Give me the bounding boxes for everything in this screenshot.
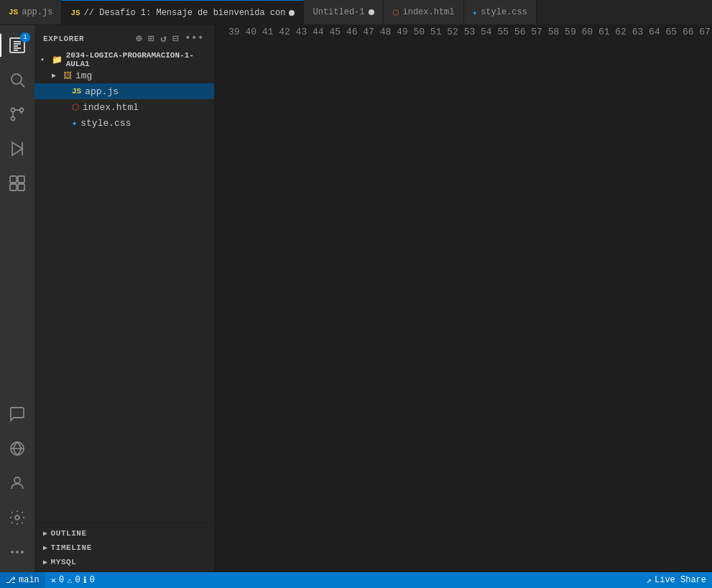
refresh-icon[interactable]: ↺ bbox=[159, 31, 168, 46]
tree-project-root[interactable]: ▾ 📁 2034-LOGICA-PROGRAMACION-1-AULA1 bbox=[34, 52, 214, 68]
timeline-label: TIMELINE bbox=[51, 543, 92, 552]
liveshare[interactable]: ↗ Live Share bbox=[641, 572, 712, 588]
svg-line-2 bbox=[21, 83, 25, 88]
tree-img[interactable]: ▶ 🖼 img bbox=[34, 68, 214, 83]
tab-untitled[interactable]: Untitled-1 bbox=[304, 0, 383, 24]
activity-bar: 1 bbox=[0, 25, 34, 572]
warning-count: 0 bbox=[75, 575, 80, 585]
tree-stylecss[interactable]: ✦ style.css bbox=[34, 115, 214, 131]
js-icon: JS bbox=[70, 9, 80, 17]
tab-label: // Desafío 1: Mensaje de bienvenida con bbox=[84, 8, 286, 18]
tab-label: Untitled-1 bbox=[313, 7, 364, 17]
js-icon: JS bbox=[9, 8, 18, 17]
modified-dot bbox=[289, 10, 295, 16]
status-right: ↗ Live Share bbox=[641, 572, 712, 588]
collapse-icon[interactable]: ⊟ bbox=[171, 31, 180, 46]
activity-sourcecontrol[interactable] bbox=[0, 97, 34, 132]
html-file-icon: ⬡ bbox=[72, 102, 79, 113]
tab-desafio[interactable]: JS // Desafío 1: Mensaje de bienvenida c… bbox=[62, 0, 304, 24]
info-count: 0 bbox=[90, 575, 95, 585]
warning-icon: ⚠ bbox=[67, 575, 72, 586]
js-file-icon: JS bbox=[72, 87, 81, 96]
status-left: ⎇ main ✕ 0 ⚠ 0 ℹ 0 bbox=[0, 572, 101, 588]
svg-point-15 bbox=[15, 515, 19, 520]
editor-area: 39 40 41 42 43 44 45 46 47 48 49 50 51 5… bbox=[214, 25, 712, 572]
svg-point-16 bbox=[11, 551, 14, 553]
file-label: style.css bbox=[80, 118, 131, 129]
sidebar: EXPLORER ⊕ ⊞ ↺ ⊟ ••• ▾ 📁 2034-LOGICA-PRO… bbox=[34, 25, 214, 572]
modified-dot bbox=[369, 9, 374, 15]
tab-bar: JS app.js JS // Desafío 1: Mensaje de bi… bbox=[0, 0, 712, 25]
file-label: app.js bbox=[85, 86, 119, 97]
liveshare-icon: ↗ bbox=[647, 575, 652, 586]
outline-section[interactable]: ▶ OUTLINE bbox=[34, 526, 214, 541]
code-container[interactable]: 39 40 41 42 43 44 45 46 47 48 49 50 51 5… bbox=[214, 25, 712, 572]
arrow-icon: ▶ bbox=[43, 529, 48, 538]
css-icon: ✦ bbox=[473, 8, 478, 17]
outline-label: OUTLINE bbox=[51, 529, 87, 538]
activity-extensions[interactable] bbox=[0, 166, 34, 201]
activity-chat[interactable] bbox=[0, 397, 34, 431]
tab-indexhtml[interactable]: ⬡ index.html bbox=[384, 0, 464, 24]
git-icon: ⎇ bbox=[6, 575, 16, 586]
activity-settings[interactable] bbox=[0, 500, 34, 535]
arrow-icon: ▾ bbox=[40, 55, 52, 64]
svg-point-17 bbox=[16, 551, 19, 553]
git-branch[interactable]: ⎇ main bbox=[0, 572, 45, 588]
tab-appjs[interactable]: JS app.js bbox=[0, 0, 62, 24]
mysql-section[interactable]: ▶ MYSQL bbox=[34, 555, 214, 569]
activity-more[interactable] bbox=[0, 535, 34, 569]
git-branch-label: main bbox=[19, 575, 40, 585]
svg-rect-10 bbox=[10, 184, 17, 190]
activity-explorer[interactable]: 1 bbox=[0, 28, 34, 63]
main-area: 1 EXPLORER bbox=[0, 25, 712, 572]
sidebar-bottom: ▶ OUTLINE ▶ TIMELINE ▶ MYSQL bbox=[34, 523, 214, 572]
arrow-icon: ▶ bbox=[43, 543, 48, 552]
activity-run[interactable] bbox=[0, 132, 34, 166]
sidebar-tree: ▾ 📁 2034-LOGICA-PROGRAMACION-1-AULA1 ▶ 🖼… bbox=[34, 52, 214, 523]
svg-point-4 bbox=[11, 117, 15, 121]
tab-label: app.js bbox=[22, 7, 52, 17]
tab-label: index.html bbox=[403, 7, 455, 17]
mysql-label: MYSQL bbox=[51, 558, 77, 566]
tree-indexhtml[interactable]: ⬡ index.html bbox=[34, 99, 214, 115]
liveshare-label: Live Share bbox=[655, 575, 706, 585]
tree-appjs[interactable]: JS app.js bbox=[34, 83, 214, 99]
sidebar-header-icons: ⊕ ⊞ ↺ ⊟ ••• bbox=[134, 31, 205, 46]
file-label: index.html bbox=[83, 102, 139, 113]
more-icon[interactable]: ••• bbox=[183, 31, 205, 46]
folder-icon: 📁 bbox=[52, 55, 63, 65]
folder-label: img bbox=[75, 70, 92, 81]
svg-point-18 bbox=[21, 551, 24, 553]
activity-account[interactable] bbox=[0, 466, 34, 500]
activity-remote[interactable] bbox=[0, 431, 34, 466]
html-icon: ⬡ bbox=[392, 8, 399, 17]
sidebar-header: EXPLORER ⊕ ⊞ ↺ ⊟ ••• bbox=[34, 25, 214, 52]
arrow-icon: ▶ bbox=[43, 558, 48, 566]
arrow-icon: ▶ bbox=[52, 71, 63, 80]
error-icon: ✕ bbox=[51, 575, 56, 586]
line-numbers: 39 40 41 42 43 44 45 46 47 48 49 50 51 5… bbox=[214, 25, 712, 572]
info-icon: ℹ bbox=[83, 575, 87, 586]
tab-label: style.css bbox=[481, 7, 527, 17]
svg-rect-11 bbox=[18, 184, 24, 190]
svg-point-14 bbox=[14, 477, 20, 483]
svg-rect-8 bbox=[10, 176, 17, 183]
folder-icon: 🖼 bbox=[63, 70, 72, 81]
error-count: 0 bbox=[59, 575, 64, 585]
new-file-icon[interactable]: ⊕ bbox=[134, 31, 144, 46]
errors-warnings[interactable]: ✕ 0 ⚠ 0 ℹ 0 bbox=[45, 572, 101, 588]
svg-point-3 bbox=[11, 109, 15, 112]
new-folder-icon[interactable]: ⊞ bbox=[147, 31, 156, 46]
css-file-icon: ✦ bbox=[72, 118, 77, 129]
tab-stylecss[interactable]: ✦ style.css bbox=[464, 0, 537, 24]
svg-point-1 bbox=[11, 74, 22, 84]
activity-search[interactable] bbox=[0, 63, 34, 97]
sidebar-title: EXPLORER bbox=[43, 35, 84, 43]
notification-badge: 1 bbox=[20, 32, 30, 42]
svg-rect-9 bbox=[18, 176, 24, 183]
status-bar: ⎇ main ✕ 0 ⚠ 0 ℹ 0 ↗ Live Share bbox=[0, 572, 712, 588]
timeline-section[interactable]: ▶ TIMELINE bbox=[34, 541, 214, 555]
project-name: 2034-LOGICA-PROGRAMACION-1-AULA1 bbox=[66, 52, 214, 68]
svg-marker-6 bbox=[12, 142, 22, 155]
